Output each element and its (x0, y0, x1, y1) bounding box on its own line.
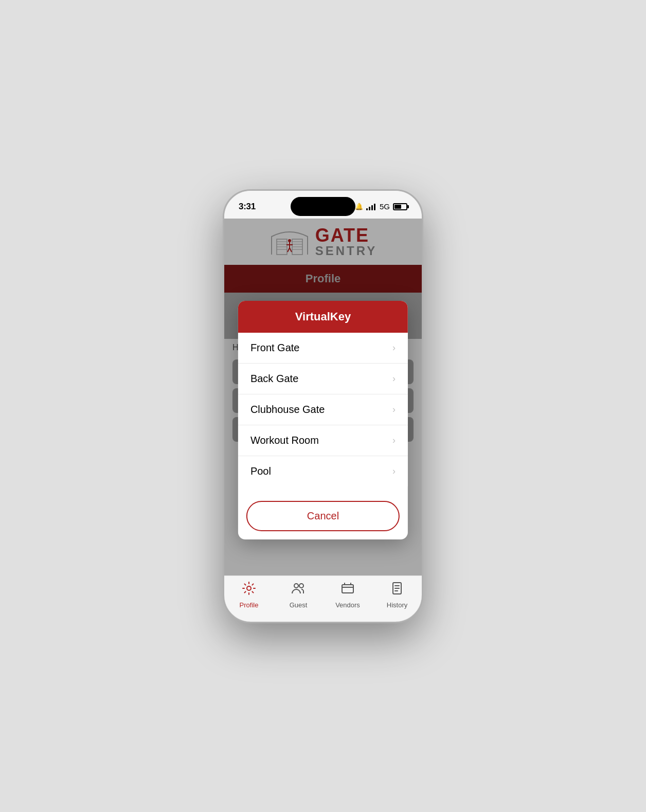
modal-item-front-gate-label: Front Gate (250, 342, 300, 354)
workout-room-chevron-icon: › (392, 435, 396, 446)
dynamic-island (291, 197, 355, 216)
modal-list: Front Gate › Back Gate › Clubhouse Gate … (238, 333, 408, 486)
phone-screen: 3:31 🔔 5G (224, 191, 422, 622)
signal-bars-icon (366, 203, 375, 210)
nav-label-history: History (387, 601, 407, 609)
modal-title: VirtualKey (295, 310, 351, 323)
modal-item-pool[interactable]: Pool › (238, 456, 408, 486)
modal-item-back-gate[interactable]: Back Gate › (238, 364, 408, 394)
network-type: 5G (380, 202, 390, 211)
svg-rect-18 (342, 585, 353, 593)
modal-item-workout-room-label: Workout Room (250, 435, 319, 446)
vendors-nav-icon (340, 581, 355, 599)
modal-item-pool-label: Pool (250, 465, 271, 477)
modal-cancel-button[interactable]: Cancel (246, 501, 400, 531)
modal-title-bar: VirtualKey (238, 301, 408, 333)
modal-cancel-label: Cancel (307, 510, 339, 521)
svg-point-15 (247, 586, 251, 590)
history-nav-icon (390, 581, 404, 599)
nav-label-profile: Profile (240, 601, 259, 609)
back-gate-chevron-icon: › (392, 373, 396, 384)
nav-item-vendors[interactable]: Vendors (323, 581, 372, 609)
modal-item-clubhouse-gate-label: Clubhouse Gate (250, 404, 325, 416)
status-time: 3:31 (239, 202, 256, 212)
virtual-key-modal: VirtualKey Front Gate › Back Gate › Club… (238, 301, 408, 539)
bottom-nav: Profile Guest (224, 575, 422, 622)
nav-item-history[interactable]: History (372, 581, 422, 609)
app-background: GATE SENTRY Profile Miller, Jack 1234 Wi… (224, 219, 422, 622)
clubhouse-gate-chevron-icon: › (392, 404, 396, 415)
nav-label-guest: Guest (290, 601, 308, 609)
phone-frame: 3:31 🔔 5G (223, 189, 423, 623)
bell-notification-icon: 🔔 (355, 203, 363, 210)
status-icons: 🔔 5G (355, 202, 407, 211)
battery-icon (393, 203, 407, 210)
modal-item-workout-room[interactable]: Workout Room › (238, 425, 408, 456)
modal-item-clubhouse-gate[interactable]: Clubhouse Gate › (238, 394, 408, 425)
svg-point-17 (299, 584, 303, 588)
profile-nav-icon (242, 581, 256, 599)
svg-point-16 (294, 584, 298, 588)
nav-item-guest[interactable]: Guest (274, 581, 323, 609)
pool-chevron-icon: › (392, 466, 396, 477)
guest-nav-icon (291, 581, 306, 599)
nav-item-profile[interactable]: Profile (224, 581, 274, 609)
modal-spacer (238, 486, 408, 495)
front-gate-chevron-icon: › (392, 342, 396, 353)
modal-item-back-gate-label: Back Gate (250, 373, 298, 385)
modal-item-front-gate[interactable]: Front Gate › (238, 333, 408, 364)
nav-label-vendors: Vendors (335, 601, 360, 609)
